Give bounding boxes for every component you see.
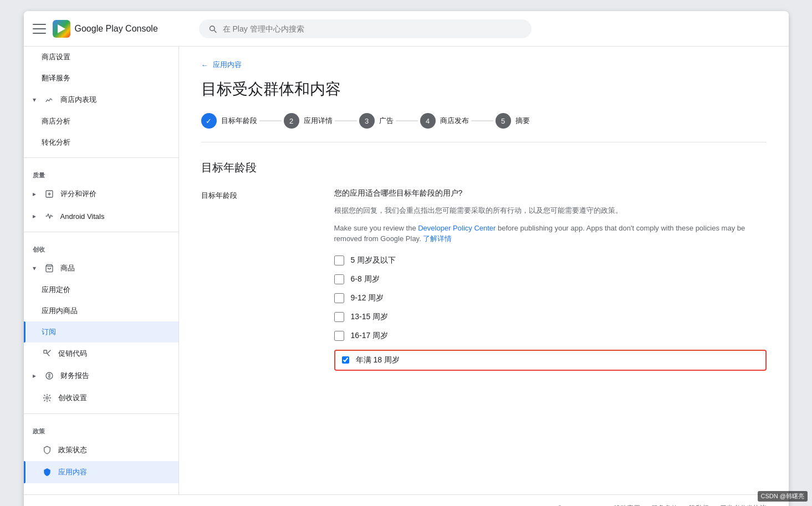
sidebar-item-shop-performance[interactable]: ▾ 商店内表现 [24, 89, 178, 111]
stepper: ✓ 目标年龄段 2 应用详情 3 广告 4 [201, 113, 767, 142]
sidebar-item-label: 应用定价 [42, 285, 70, 295]
sidebar-item-conversion-analytics[interactable]: 转化分析 [24, 132, 178, 153]
footer-link-distribution[interactable]: 开发者分发协议 [720, 504, 767, 506]
checkbox-age2[interactable] [334, 274, 344, 284]
step-2-circle: 2 [284, 113, 299, 129]
sidebar-item-shop-analytics[interactable]: 商店分析 [24, 111, 178, 132]
breadcrumb[interactable]: ← 应用内容 [201, 60, 767, 70]
chevron-right-icon-2: ▸ [33, 212, 36, 220]
sidebar: 商店设置 翻译服务 ▾ 商店内表现 商店分析 [24, 47, 179, 494]
checkbox-item-age4[interactable]: 13-15 周岁 [334, 312, 767, 322]
sidebar-item-label: 商品 [60, 263, 75, 273]
sidebar-item-label: 政策状态 [58, 445, 87, 455]
shield-icon [42, 444, 53, 456]
checkbox-item-age1[interactable]: 5 周岁及以下 [334, 255, 767, 265]
sidebar-item-products[interactable]: ▾ 商品 [24, 257, 178, 279]
sidebar-item-label: 财务报告 [60, 371, 89, 381]
footer: © 2022 Google 移动应用 服务条款 隐私权 开发者分发协议 [24, 494, 789, 506]
watermark: CSDN @韩曙亮 [758, 491, 808, 502]
learn-more-link[interactable]: 了解详情 [423, 234, 452, 243]
step-4: 4 商店发布 [420, 113, 469, 129]
header: Google Play Console [24, 11, 789, 47]
sidebar-item-label: 翻译服务 [42, 73, 70, 83]
checkbox-age1[interactable] [334, 255, 344, 265]
step-2-label: 应用详情 [304, 116, 333, 126]
header-left: Google Play Console [33, 20, 188, 38]
sidebar-item-label: 商店内表现 [60, 95, 96, 105]
google-play-logo-icon [53, 20, 70, 38]
checkbox-age3[interactable] [334, 293, 344, 303]
sidebar-item-label: 应用内商品 [42, 306, 78, 316]
step-3-label: 广告 [379, 116, 394, 126]
checkbox-item-age6-highlighted[interactable]: 年满 18 周岁 [334, 350, 767, 371]
step-5-circle: 5 [496, 113, 511, 129]
developer-policy-center-link[interactable]: Developer Policy Center [418, 224, 496, 232]
checkbox-label-age5: 16-17 周岁 [351, 331, 389, 341]
trending-icon [44, 94, 55, 105]
sidebar-section-policy: 政策 [24, 418, 178, 439]
sidebar-section-quality: 质量 [24, 162, 178, 183]
checkbox-label-age4: 13-15 周岁 [351, 312, 389, 322]
chevron-down-icon: ▾ [33, 96, 36, 104]
sidebar-item-label: 转化分析 [42, 137, 70, 147]
sidebar-item-label: 应用内容 [58, 467, 87, 477]
logo-text: Google Play Console [75, 24, 158, 34]
checkbox-group: 5 周岁及以下 6-8 周岁 9-12 周岁 [334, 255, 767, 371]
dollar-icon [44, 370, 55, 381]
tag-icon [42, 348, 53, 359]
sidebar-item-label: 创收设置 [58, 393, 87, 403]
step-2: 2 应用详情 [284, 113, 333, 129]
form-note-en: Make sure you review the Developer Polic… [334, 223, 767, 244]
main-content: ← 应用内容 目标受众群体和内容 ✓ 目标年龄段 2 应用详情 [179, 47, 789, 494]
checkbox-age5[interactable] [334, 331, 344, 341]
sidebar-item-android-vitals[interactable]: ▸ Android Vitals [24, 205, 178, 227]
breadcrumb-label: 应用内容 [213, 60, 242, 70]
sidebar-item-label: 订阅 [42, 327, 56, 337]
form-note-cn: 根据您的回复，我们会重点指出您可能需要采取的所有行动，以及您可能需要遵守的政策。 [334, 205, 767, 216]
checkbox-item-age3[interactable]: 9-12 周岁 [334, 293, 767, 303]
step-5-label: 摘要 [515, 116, 530, 126]
sidebar-item-promo-codes[interactable]: 促销代码 [24, 343, 178, 365]
form-question: 您的应用适合哪些目标年龄段的用户? [334, 188, 767, 198]
hamburger-icon[interactable] [33, 22, 46, 35]
checkbox-age6[interactable] [342, 356, 349, 364]
section-title: 目标年龄段 [201, 160, 767, 175]
checkbox-item-age5[interactable]: 16-17 周岁 [334, 331, 767, 341]
sidebar-item-finance[interactable]: ▸ 财务报告 [24, 365, 178, 387]
footer-link-terms[interactable]: 服务条款 [651, 504, 678, 506]
sidebar-item-translation[interactable]: 翻译服务 [24, 68, 178, 89]
shield-blue-icon [42, 467, 53, 478]
breadcrumb-arrow: ← [201, 61, 208, 69]
search-input-wrapper[interactable] [199, 19, 532, 38]
footer-link-privacy[interactable]: 隐私权 [689, 504, 709, 506]
step-connector-3 [396, 120, 418, 121]
sidebar-item-subscriptions[interactable]: 订阅 [24, 321, 178, 343]
sidebar-divider [24, 157, 178, 158]
logo-area: Google Play Console [53, 20, 158, 38]
gear-icon [42, 392, 53, 403]
step-3-circle: 3 [359, 113, 375, 129]
checkbox-age4[interactable] [334, 312, 344, 322]
sidebar-item-in-app[interactable]: 应用内商品 [24, 300, 178, 321]
star-icon [44, 188, 55, 200]
step-5: 5 摘要 [496, 113, 530, 129]
step-3: 3 广告 [359, 113, 394, 129]
sidebar-item-app-pricing[interactable]: 应用定价 [24, 279, 178, 300]
search-icon [208, 24, 217, 34]
checkbox-label-age2: 6-8 周岁 [351, 274, 380, 284]
step-connector-1 [259, 120, 282, 121]
sidebar-item-app-content[interactable]: 应用内容 [24, 461, 178, 483]
checkbox-label-age1: 5 周岁及以下 [351, 255, 396, 265]
checkbox-item-age2[interactable]: 6-8 周岁 [334, 274, 767, 284]
footer-link-mobile[interactable]: 移动应用 [614, 504, 640, 506]
sidebar-section-monetization: 创收 [24, 237, 178, 257]
sidebar-item-policy-status[interactable]: 政策状态 [24, 439, 178, 461]
search-input[interactable] [223, 24, 523, 33]
checkbox-label-age3: 9-12 周岁 [351, 293, 384, 303]
step-connector-4 [471, 120, 493, 121]
sidebar-item-shop-settings[interactable]: 商店设置 [24, 47, 178, 68]
form-content: 您的应用适合哪些目标年龄段的用户? 根据您的回复，我们会重点指出您可能需要采取的… [334, 188, 767, 371]
sidebar-item-ratings[interactable]: ▸ 评分和评价 [24, 183, 178, 205]
search-bar [199, 19, 532, 38]
sidebar-item-monetization-settings[interactable]: 创收设置 [24, 387, 178, 409]
